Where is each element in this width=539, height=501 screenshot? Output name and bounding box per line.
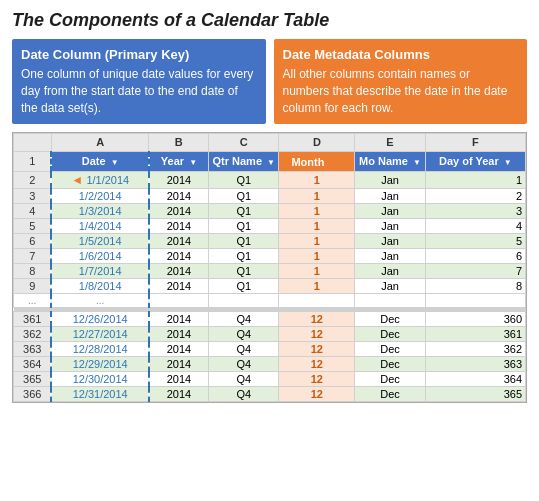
row-number: 6 (14, 233, 52, 248)
cell-year: 2014 (149, 218, 209, 233)
table-row: 36212/27/20142014Q412Dec361 (14, 326, 526, 341)
table-row: 36412/29/20142014Q412Dec363 (14, 356, 526, 371)
cell-dayofyear: 8 (425, 278, 525, 293)
filter-arrow-qtrname[interactable]: ▼ (267, 158, 275, 167)
table-row: 91/8/20142014Q11Jan8 (14, 278, 526, 293)
table-row: 2◄ 1/1/20142014Q11Jan1 (14, 171, 526, 188)
cell-qtrname: Q1 (209, 218, 279, 233)
cell-qtrname: Q1 (209, 171, 279, 188)
table-row: 71/6/20142014Q11Jan6 (14, 248, 526, 263)
row-number: 4 (14, 203, 52, 218)
cell-dayofyear: 362 (425, 341, 525, 356)
cell-moname: Dec (355, 386, 425, 401)
callout-row: Date Column (Primary Key) One column of … (12, 39, 527, 124)
cell-month: 12 (279, 386, 355, 401)
filter-arrow-moname[interactable]: ▼ (413, 158, 421, 167)
cell-date: 1/4/2014 (51, 218, 149, 233)
cell-year: 2014 (149, 203, 209, 218)
field-header-qtrname: Qtr Name ▼ (209, 151, 279, 171)
cell-year: 2014 (149, 326, 209, 341)
cell-moname: Dec (355, 341, 425, 356)
cell-dayofyear: 2 (425, 188, 525, 203)
cell-date: 1/5/2014 (51, 233, 149, 248)
cell-moname: Dec (355, 371, 425, 386)
cell-dayofyear: 363 (425, 356, 525, 371)
cell-month: 1 (279, 171, 355, 188)
table-row: 81/7/20142014Q11Jan7 (14, 263, 526, 278)
filter-arrow-dayofyear[interactable]: ▼ (504, 158, 512, 167)
table-row: 36612/31/20142014Q412Dec365 (14, 386, 526, 401)
cell-date: 1/3/2014 (51, 203, 149, 218)
callout-primary-key: Date Column (Primary Key) One column of … (12, 39, 266, 124)
cell-year: 2014 (149, 356, 209, 371)
cell-month: 1 (279, 188, 355, 203)
col-letter-d: D (279, 133, 355, 151)
row-number: 361 (14, 311, 52, 326)
page-container: The Components of a Calendar Table Date … (0, 0, 539, 411)
col-letter-c: C (209, 133, 279, 151)
cell-date: 12/31/2014 (51, 386, 149, 401)
field-header-moname: Mo Name ▼ (355, 151, 425, 171)
field-header-year: Year ▼ (149, 151, 209, 171)
cell-qtrname: Q4 (209, 371, 279, 386)
table-row: 36312/28/20142014Q412Dec362 (14, 341, 526, 356)
field-header-month: Month ▼ (279, 151, 355, 171)
cell-qtrname: Q1 (209, 278, 279, 293)
cell-qtrname: Q4 (209, 356, 279, 371)
callout-metadata-body: All other columns contain names or numbe… (283, 67, 508, 115)
col-letter-b: B (149, 133, 209, 151)
cell-date: 1/2/2014 (51, 188, 149, 203)
page-title: The Components of a Calendar Table (12, 10, 527, 31)
cell-date: 12/28/2014 (51, 341, 149, 356)
callout-metadata-title: Date Metadata Columns (283, 46, 519, 64)
row-number: 364 (14, 356, 52, 371)
cell-year: 2014 (149, 188, 209, 203)
cell-month: 1 (279, 233, 355, 248)
spreadsheet: A B C D E F 1 Date ▼ Year ▼ (12, 132, 527, 403)
cell-moname: Dec (355, 356, 425, 371)
cell-date: 1/6/2014 (51, 248, 149, 263)
cell-year: 2014 (149, 278, 209, 293)
col-letter-e: E (355, 133, 425, 151)
cell-dayofyear: 6 (425, 248, 525, 263)
row-number: 365 (14, 371, 52, 386)
cell-date: 12/26/2014 (51, 311, 149, 326)
row-number: 9 (14, 278, 52, 293)
cell-dayofyear: 3 (425, 203, 525, 218)
filter-arrow-date[interactable]: ▼ (111, 158, 119, 167)
cell-dayofyear: 7 (425, 263, 525, 278)
ellipsis-row: ...... (14, 293, 526, 307)
row-number: 366 (14, 386, 52, 401)
cell-dayofyear: 4 (425, 218, 525, 233)
cell-moname: Jan (355, 171, 425, 188)
row-number: 3 (14, 188, 52, 203)
cell-date: 1/8/2014 (51, 278, 149, 293)
filter-arrow-month[interactable]: ▼ (329, 154, 342, 169)
cell-month: 12 (279, 371, 355, 386)
table-row: 31/2/20142014Q11Jan2 (14, 188, 526, 203)
cell-qtrname: Q1 (209, 188, 279, 203)
cell-moname: Jan (355, 188, 425, 203)
cell-year: 2014 (149, 386, 209, 401)
table-row: 61/5/20142014Q11Jan5 (14, 233, 526, 248)
cell-month: 12 (279, 326, 355, 341)
cell-dayofyear: 365 (425, 386, 525, 401)
row-number: 8 (14, 263, 52, 278)
cell-year: 2014 (149, 371, 209, 386)
cell-moname: Jan (355, 278, 425, 293)
table-row: 41/3/20142014Q11Jan3 (14, 203, 526, 218)
cell-year: 2014 (149, 248, 209, 263)
cell-qtrname: Q1 (209, 263, 279, 278)
cell-qtrname: Q4 (209, 326, 279, 341)
cell-month: 1 (279, 263, 355, 278)
cell-dayofyear: 5 (425, 233, 525, 248)
filter-arrow-year[interactable]: ▼ (189, 158, 197, 167)
table-row: 36112/26/20142014Q412Dec360 (14, 311, 526, 326)
cell-date: 12/30/2014 (51, 371, 149, 386)
cell-year: 2014 (149, 171, 209, 188)
cell-qtrname: Q1 (209, 248, 279, 263)
cell-date: ◄ 1/1/2014 (51, 171, 149, 188)
cell-moname: Dec (355, 326, 425, 341)
cell-month: 1 (279, 203, 355, 218)
corner-cell (14, 133, 52, 151)
